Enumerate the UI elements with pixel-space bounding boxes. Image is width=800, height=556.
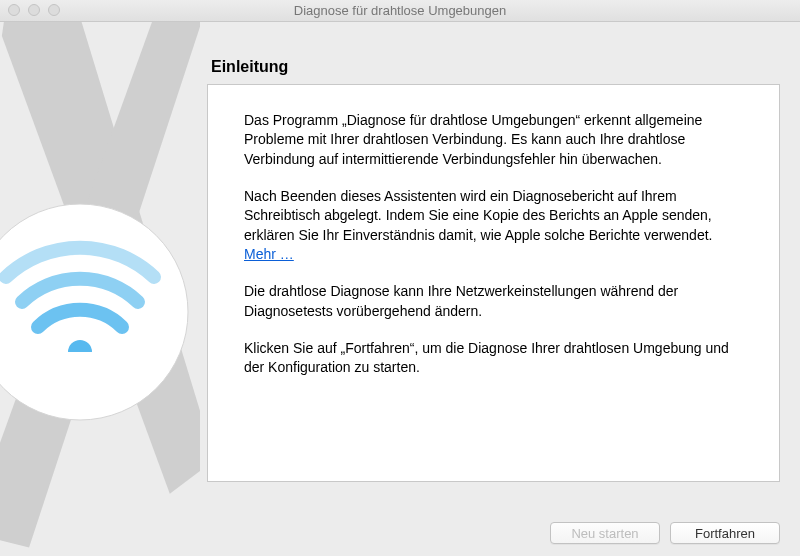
wifi-icon (6, 248, 154, 352)
close-icon[interactable] (8, 4, 20, 16)
paragraph-text: Nach Beenden dieses Assistenten wird ein… (244, 188, 712, 243)
paragraph: Klicken Sie auf „Fortfahren“, um die Dia… (244, 339, 745, 378)
svg-point-0 (0, 204, 188, 420)
intro-text-box: Das Programm „Diagnose für drahtlose Umg… (207, 84, 780, 482)
paragraph: Das Programm „Diagnose für drahtlose Umg… (244, 111, 745, 169)
minimize-icon[interactable] (28, 4, 40, 16)
background-graphic (0, 22, 200, 556)
window-controls (8, 4, 60, 16)
page-title: Einleitung (211, 58, 780, 76)
paragraph: Nach Beenden dieses Assistenten wird ein… (244, 187, 745, 264)
window-title: Diagnose für drahtlose Umgebungen (294, 3, 506, 18)
button-row: Neu starten Fortfahren (550, 522, 780, 544)
zoom-icon[interactable] (48, 4, 60, 16)
restart-button: Neu starten (550, 522, 660, 544)
more-link[interactable]: Mehr … (244, 246, 294, 262)
continue-button[interactable]: Fortfahren (670, 522, 780, 544)
paragraph: Die drahtlose Diagnose kann Ihre Netzwer… (244, 282, 745, 321)
content-panel: Einleitung Das Programm „Diagnose für dr… (207, 58, 780, 482)
window-body: Einleitung Das Programm „Diagnose für dr… (0, 22, 800, 556)
titlebar: Diagnose für drahtlose Umgebungen (0, 0, 800, 22)
